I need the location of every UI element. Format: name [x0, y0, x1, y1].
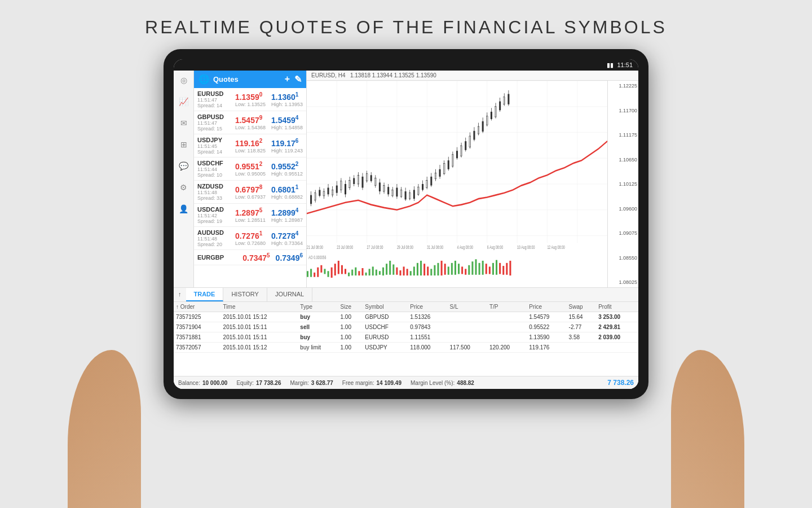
td-type: buy — [298, 312, 338, 322]
svg-rect-152 — [417, 263, 418, 275]
total-profit: 7 738.26 — [607, 379, 634, 387]
quote-low: Low: 1.54368 — [235, 125, 266, 130]
sidebar-item-chart[interactable]: 📈 — [176, 94, 191, 109]
svg-text:31 Jul 08:00: 31 Jul 08:00 — [427, 244, 443, 250]
svg-rect-145 — [392, 264, 394, 274]
table-row[interactable]: 73571881 2015.10.01 15:11 buy 1.00 EURUS… — [174, 332, 638, 343]
col-tp: T/P — [487, 302, 527, 312]
table-row[interactable]: 73571904 2015.10.01 15:11 sell 1.00 USDC… — [174, 322, 638, 332]
equity-label: Equity: — [236, 380, 254, 386]
sidebar-item-trade[interactable]: ⊞ — [176, 137, 191, 152]
svg-rect-163 — [454, 261, 456, 275]
quote-item-usdcad[interactable]: USDCAD 11:51:42 Spread: 19 1.28975 Low: … — [194, 204, 306, 227]
quote-low: Low: 118.825 — [235, 148, 266, 154]
sidebar-item-quotes[interactable]: ◎ — [176, 73, 191, 87]
trade-table: ↑ Order Time Type Size Symbol Price S/L … — [174, 302, 638, 376]
table-row-pending[interactable]: 73572057 2015.10.01 15:12 buy limit 1.00… — [174, 343, 638, 353]
svg-rect-172 — [486, 264, 487, 274]
td-size: 1.00 — [338, 322, 363, 332]
svg-rect-141 — [379, 271, 381, 275]
svg-rect-131 — [345, 269, 346, 274]
sidebar-item-chat[interactable]: 💬 — [176, 159, 191, 173]
quote-item-eurgbp[interactable]: EURGBP 0.73475 0.73496 — [194, 250, 306, 265]
td-tp — [487, 322, 527, 332]
td-sl: 117.500 — [448, 343, 487, 353]
quote-low: Low: 1.13525 — [235, 102, 266, 107]
quote-spread: Spread: 14 — [197, 149, 222, 155]
quote-low: Low: 0.95005 — [235, 171, 266, 177]
quote-buy: 1.54594 — [271, 115, 303, 125]
tablet-outer: ▮▮ 11:51 ◎ 📈 ✉ ⊞ 💬 ⚙ 👤 — [164, 49, 648, 399]
svg-rect-179 — [509, 261, 511, 275]
svg-rect-127 — [331, 268, 333, 278]
quote-item-gbpusd[interactable]: GBPUSD 11:51:47 Spread: 15 1.54579 Low: … — [194, 111, 306, 134]
td-symbol: GBPUSD — [363, 312, 408, 322]
quote-symbol: AUDUSD — [197, 229, 224, 236]
svg-text:10 Aug 08:00: 10 Aug 08:00 — [517, 244, 535, 250]
svg-rect-153 — [420, 261, 422, 275]
quote-item-audusd[interactable]: AUDUSD 11:51:48 Spread: 20 0.72761 Low: … — [194, 227, 306, 250]
quote-item-usdjpy[interactable]: USDJPY 11:51:45 Spread: 14 119.162 Low: … — [194, 134, 306, 157]
chart-container[interactable]: 21 Jul 08:00 23 Jul 08:00 27 Jul 08:00 2… — [307, 81, 607, 287]
col-current-price: Price — [527, 302, 566, 312]
tab-arrow[interactable]: ↑ — [174, 288, 186, 301]
svg-rect-132 — [348, 273, 350, 277]
td-sl — [448, 332, 487, 343]
svg-rect-175 — [496, 260, 497, 275]
tab-journal[interactable]: JOURNAL — [267, 288, 312, 301]
td-order: 73572057 — [174, 343, 221, 353]
svg-rect-168 — [471, 261, 473, 275]
svg-rect-170 — [479, 263, 480, 275]
col-sl: S/L — [448, 302, 487, 312]
quote-time: 11:51:44 — [197, 167, 223, 172]
svg-rect-176 — [499, 263, 501, 274]
td-time: 2015.10.01 15:11 — [221, 322, 298, 332]
sidebar-item-account[interactable]: 👤 — [176, 202, 191, 216]
margin-label: Margin: — [290, 380, 309, 386]
col-price: Price — [408, 302, 447, 312]
td-order: 73571925 — [174, 312, 221, 322]
td-type: buy — [298, 332, 338, 343]
svg-rect-129 — [338, 261, 339, 274]
bottom-panel: ↑ TRADE HISTORY JOURNAL ↑ Order Time Typ… — [174, 287, 638, 389]
quote-item-eurusd[interactable]: EURUSD 11:51:47 Spread: 14 1.13590 Low: … — [194, 88, 306, 111]
tab-history[interactable]: HISTORY — [223, 288, 267, 301]
td-price: 1.11551 — [408, 332, 447, 343]
svg-rect-124 — [320, 265, 322, 273]
time-display: 11:51 — [617, 62, 633, 68]
quote-spread: Spread: 20 — [197, 242, 224, 247]
battery-icon: ▮▮ — [607, 62, 614, 69]
edit-quote-button[interactable]: ✎ — [294, 74, 302, 85]
td-current-price: 0.95522 — [527, 322, 566, 332]
balance-value: 10 000.00 — [202, 380, 228, 386]
quote-item-usdchf[interactable]: USDCHF 11:51:44 Spread: 10 0.95512 Low: … — [194, 157, 306, 181]
margin-level-label: Margin Level (%): — [411, 380, 454, 386]
bottom-tabs: ↑ TRADE HISTORY JOURNAL — [174, 288, 638, 302]
quote-symbol: USDCHF — [197, 160, 223, 167]
svg-text:23 Jul 08:00: 23 Jul 08:00 — [337, 244, 353, 250]
svg-rect-143 — [386, 264, 387, 275]
chart-y-axis: 1.12225 1.11700 1.11175 1.10650 1.10125 … — [607, 81, 638, 287]
table-row[interactable]: 73571925 2015.10.01 15:12 buy 1.00 GBPUS… — [174, 312, 638, 322]
quote-buy: 1.28994 — [271, 207, 303, 217]
quote-high: High: 1.28987 — [271, 217, 303, 223]
add-quote-button[interactable]: + — [285, 74, 290, 85]
tab-trade[interactable]: TRADE — [186, 288, 224, 301]
svg-rect-161 — [448, 266, 449, 274]
svg-rect-147 — [399, 270, 401, 275]
svg-rect-122 — [314, 273, 315, 277]
quote-item-nzdusd[interactable]: NZDUSD 11:51:48 Spread: 33 0.67978 Low: … — [194, 181, 306, 204]
sidebar-item-mail[interactable]: ✉ — [176, 116, 191, 130]
svg-rect-133 — [351, 270, 353, 275]
svg-rect-174 — [492, 263, 494, 275]
svg-rect-138 — [369, 269, 370, 275]
td-symbol: USDCHF — [363, 322, 408, 332]
quote-buy: 0.73496 — [276, 252, 303, 262]
col-profit: Profit — [596, 302, 638, 312]
svg-rect-154 — [423, 264, 425, 275]
quote-spread: Spread: 15 — [197, 126, 224, 132]
col-order: ↑ Order — [174, 302, 221, 312]
td-swap: 3.58 — [567, 332, 597, 343]
sidebar-item-settings[interactable]: ⚙ — [176, 180, 191, 195]
svg-rect-158 — [437, 263, 439, 275]
